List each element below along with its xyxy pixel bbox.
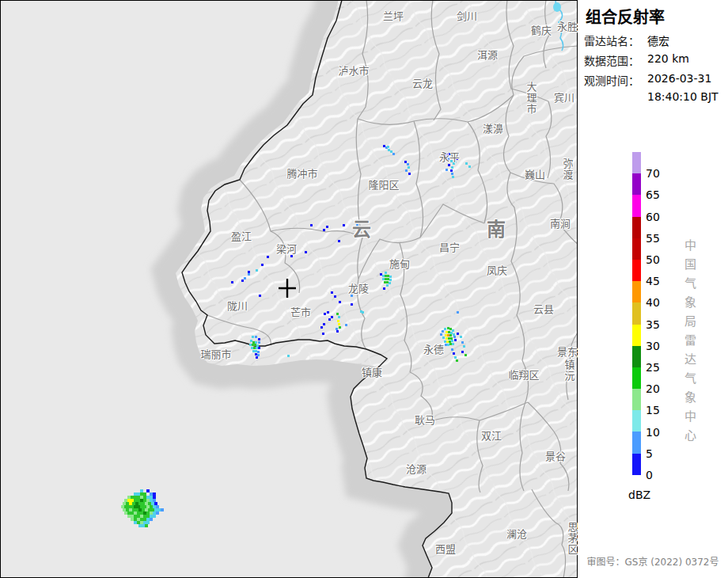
radar-product-screen: 泸水市兰坪剑川鹤庆永胜洱源云龙大理市宾川漾濞永平腾冲市巍山弥渡隆阳区云南南涧盈江… (0, 0, 728, 578)
map-area: 泸水市兰坪剑川鹤庆永胜洱源云龙大理市宾川漾濞永平腾冲市巍山弥渡隆阳区云南南涧盈江… (0, 0, 578, 578)
legend-color-block (632, 410, 641, 432)
legend-color-block (632, 217, 641, 238)
station-name-value: 德宏 (647, 32, 669, 48)
legend-color-block (632, 152, 641, 173)
legend-color-block (632, 367, 641, 389)
legend-color-block (632, 260, 641, 281)
info-panel: 组合反射率 雷达站名： 德宏 数据范围： 220 km 观测时间： 2026-0… (578, 0, 728, 578)
legend-tick: 40 (646, 296, 660, 309)
map-approval-number: 审图号：GS京 (2022) 0372号 (587, 554, 719, 568)
legend-tick: 25 (646, 361, 660, 374)
legend-color-block (632, 281, 641, 302)
agency-watermark: 中国气象局雷达气象中心 (681, 239, 698, 448)
product-title: 组合反射率 (586, 5, 665, 28)
station-name-label: 雷达站名： (584, 32, 639, 48)
legend-tick: 70 (646, 167, 660, 180)
legend-colorbar (632, 152, 641, 475)
legend-tick: 5 (646, 447, 653, 460)
legend-tick: 15 (646, 404, 660, 416)
legend-tick: 0 (646, 469, 653, 481)
legend-color-block (632, 302, 641, 324)
legend-tick: 30 (646, 340, 660, 352)
obs-time-date: 2026-03-31 (647, 72, 711, 85)
legend-tick: 10 (646, 426, 660, 439)
legend-color-block (632, 389, 641, 410)
data-range-label: 数据范围： (584, 52, 639, 68)
legend-color-block (632, 195, 641, 216)
legend-tick: 65 (646, 188, 660, 201)
legend-color-block (632, 238, 641, 260)
lake-patch (553, 2, 561, 12)
data-range-value: 220 km (647, 52, 689, 65)
radar-map-canvas (0, 0, 578, 578)
obs-time-label: 观测时间： (584, 72, 639, 88)
legend-tick: 55 (646, 232, 660, 245)
legend-tick: 45 (646, 275, 660, 287)
legend-color-block (632, 325, 641, 346)
legend-tick: 35 (646, 318, 660, 331)
legend-color-block (632, 346, 641, 367)
legend-color-block (632, 173, 641, 195)
legend-tick: 50 (646, 253, 660, 266)
legend-color-block (632, 454, 641, 475)
obs-time-clock: 18:40:10 BJT (647, 90, 719, 103)
legend-tick: 20 (646, 382, 660, 395)
legend-color-block (632, 432, 641, 453)
legend-unit: dBZ (628, 489, 650, 501)
legend-tick: 60 (646, 211, 660, 223)
